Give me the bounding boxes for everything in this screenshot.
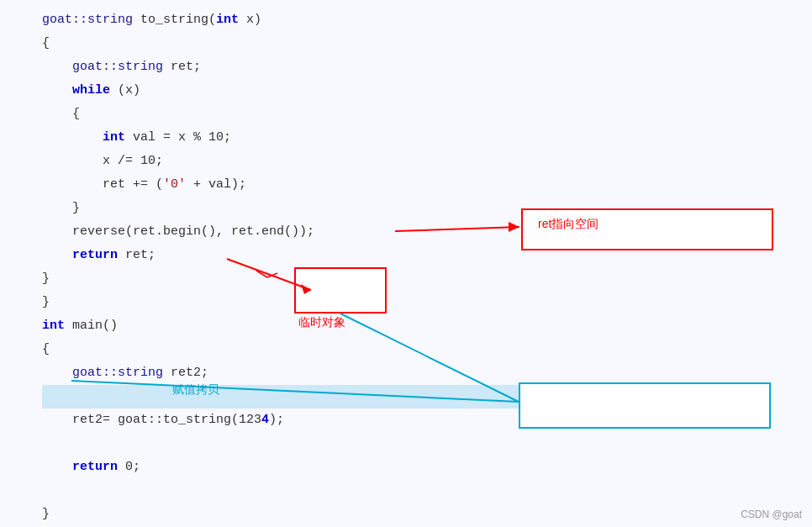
code-line: { [42,32,787,55]
code-line: } [42,291,787,314]
code-line [42,432,787,456]
code-line: { [42,338,787,361]
code-line: goat::string ret2; [42,361,787,385]
code-line: } [42,267,787,291]
code-line [42,479,787,503]
code-line: int val = x % 10; [42,126,787,150]
code-line: } [42,503,787,526]
code-line: goat::string ret; [42,55,787,79]
code-line: { [42,103,787,126]
copy-area-box [519,382,771,429]
watermark: CSDN @goat [741,509,802,520]
code-line: int main() [42,314,787,338]
code-line: return 0; [42,456,787,479]
code-area: goat::string to_string(int x) { goat::st… [0,0,812,527]
ret-space-label: ret指向空间 [538,217,598,232]
code-line: goat::string to_string(int x) [42,8,787,32]
copy-label: 赋值拷贝 [172,382,219,398]
code-line: ret += ('0' + val); [42,173,787,197]
code-line: x /= 10; [42,150,787,173]
temp-obj-box [294,267,387,314]
code-line: while (x) [42,79,787,103]
temp-obj-label: 临时对象 [298,315,345,330]
code-line-highlighted [42,385,546,408]
